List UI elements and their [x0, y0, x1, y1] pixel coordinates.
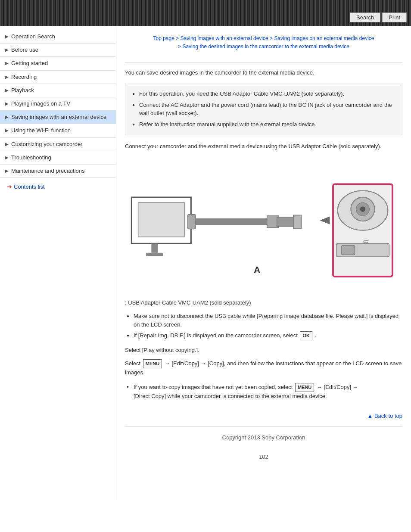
- intro-text: You can save desired images in the camco…: [125, 69, 402, 76]
- arrow-icon: ▶: [5, 47, 9, 53]
- search-button[interactable]: Search: [350, 12, 380, 22]
- header-button-group: Search Print: [350, 12, 407, 22]
- sidebar-item-label: Saving images with an external device: [11, 113, 106, 121]
- arrow-icon: ▶: [5, 34, 9, 40]
- copyright: Copyright 2013 Sony Corporation: [125, 430, 402, 449]
- divider: [125, 62, 402, 62]
- note-item-2: Connect the AC Adaptor and the power cor…: [132, 100, 395, 119]
- arrow-icon: ▶: [5, 128, 9, 134]
- header: Search Print: [0, 0, 411, 26]
- sidebar-item-label: Maintenance and precautions: [11, 167, 85, 175]
- sidebar-item-wifi[interactable]: ▶ Using the Wi-Fi function: [0, 124, 116, 137]
- svg-rect-5: [188, 215, 196, 229]
- edit-copy-text: → [Edit/Copy] →: [317, 384, 358, 390]
- sidebar-item-label: Playback: [11, 87, 34, 94]
- arrow-icon: ▶: [5, 60, 9, 66]
- copy-note-section: If you want to copy images that have not…: [125, 382, 402, 401]
- breadcrumb-part1[interactable]: Saving images with an external device: [181, 35, 268, 41]
- svg-rect-4: [191, 218, 270, 225]
- arrow-icon: ▶: [5, 114, 9, 120]
- sidebar-item-label: Playing images on a TV: [11, 100, 70, 108]
- svg-rect-7: [277, 217, 296, 226]
- arrow-icon: ▶: [5, 87, 9, 93]
- usb-diagram: MULTI A: [125, 158, 402, 290]
- page-layout: ▶ Operation Search ▶ Before use ▶ Gettin…: [0, 26, 411, 500]
- sidebar-item-troubleshooting[interactable]: ▶ Troubleshooting: [0, 151, 116, 165]
- footer-divider: [125, 426, 402, 426]
- arrow-icon: ▶: [5, 141, 9, 147]
- sidebar-item-label: Recording: [11, 73, 37, 81]
- svg-rect-16: [342, 246, 355, 255]
- label-a-text: : USB Adaptor Cable VMC-UAM2 (sold separ…: [125, 299, 402, 308]
- select-label: Select: [125, 360, 142, 367]
- sidebar-item-getting-started[interactable]: ▶ Getting started: [0, 57, 116, 70]
- sidebar-item-maintenance[interactable]: ▶ Maintenance and precautions: [0, 165, 116, 178]
- page-number: 102: [125, 449, 402, 464]
- menu-badge: MENU: [143, 359, 162, 369]
- note-item-3: Refer to the instruction manual supplied…: [132, 119, 395, 130]
- sidebar-item-customizing[interactable]: ▶ Customizing your camcorder: [0, 138, 116, 151]
- sidebar: ▶ Operation Search ▶ Before use ▶ Gettin…: [0, 26, 116, 500]
- arrow-icon: ▶: [5, 155, 9, 161]
- copy-note-item: If you want to copy images that have not…: [127, 382, 402, 401]
- sidebar-item-label: Customizing your camcorder: [11, 140, 82, 148]
- arrow-icon: ▶: [5, 74, 9, 80]
- back-to-top-link[interactable]: ▲ Back to top: [367, 413, 402, 419]
- breadcrumb: Top page > Saving images with an externa…: [125, 30, 402, 58]
- sidebar-item-playback[interactable]: ▶ Playback: [0, 84, 116, 97]
- period: .: [315, 332, 317, 339]
- svg-rect-3: [146, 253, 163, 256]
- sidebar-item-label: Operation Search: [11, 33, 55, 40]
- arrow-icon: ▶: [5, 168, 9, 174]
- sidebar-item-recording[interactable]: ▶ Recording: [0, 71, 116, 84]
- arrow-edit: →: [165, 360, 172, 367]
- main-content: Top page > Saving images with an externa…: [116, 26, 411, 500]
- arrow-icon: ▶: [5, 101, 9, 107]
- select-play-line: Select [Play without copying.].: [125, 346, 402, 355]
- contents-link-label: Contents list: [14, 184, 45, 190]
- sidebar-item-playing-images-tv[interactable]: ▶ Playing images on a TV: [0, 97, 116, 111]
- note-item-1: For this operation, you need the USB Ada…: [132, 88, 395, 100]
- sidebar-item-label: Troubleshooting: [11, 154, 51, 162]
- sidebar-item-label: Getting started: [11, 59, 48, 67]
- connect-text: Connect your camcorder and the external …: [125, 142, 402, 151]
- svg-rect-1: [138, 202, 184, 237]
- diagram-container: MULTI A: [125, 158, 402, 290]
- svg-rect-2: [151, 243, 158, 252]
- copy-note-prefix: If you want to copy images that have not…: [134, 384, 293, 390]
- svg-rect-8: [293, 215, 301, 228]
- back-to-top: ▲ Back to top: [125, 406, 402, 423]
- sidebar-item-label: Before use: [11, 46, 38, 54]
- svg-text:A: A: [254, 265, 261, 275]
- sidebar-item-saving-images-external[interactable]: ▶ Saving images with an external device: [0, 111, 116, 124]
- sidebar-item-label: Using the Wi-Fi function: [11, 127, 71, 134]
- menu-badge-2: MENU: [295, 383, 314, 392]
- breadcrumb-top[interactable]: Top page: [153, 35, 174, 41]
- note-box: For this operation, you need the USB Ada…: [125, 83, 402, 135]
- copy-note-list: If you want to copy images that have not…: [127, 382, 402, 401]
- instruction-repair-text: If [Repair Img. DB F.] is displayed on t…: [134, 332, 298, 339]
- ok-badge: OK: [300, 331, 312, 340]
- breadcrumb-part3[interactable]: Saving the desired images in the camcord…: [182, 44, 349, 50]
- svg-marker-17: [320, 216, 330, 224]
- instruction-item-2: If [Repair Img. DB F.] is displayed on t…: [127, 330, 402, 342]
- instructions-section: : USB Adaptor Cable VMC-UAM2 (sold separ…: [125, 299, 402, 342]
- select-menu-line: Select MENU → [Edit/Copy] → [Copy], and …: [125, 359, 402, 377]
- print-button[interactable]: Print: [382, 12, 407, 22]
- direct-copy-text: [Direct Copy] while your camcorder is co…: [134, 393, 327, 399]
- instruction-item-1: Make sure not to disconnect the USB cabl…: [127, 311, 402, 330]
- arrow-right-icon: ➔: [7, 183, 12, 190]
- svg-point-13: [360, 206, 365, 212]
- instructions-list: Make sure not to disconnect the USB cabl…: [127, 311, 402, 342]
- sidebar-item-before-use[interactable]: ▶ Before use: [0, 44, 116, 57]
- note-list: For this operation, you need the USB Ada…: [132, 88, 395, 130]
- sidebar-item-operation-search[interactable]: ▶ Operation Search: [0, 30, 116, 44]
- contents-list-link[interactable]: ➔ Contents list: [0, 178, 116, 193]
- breadcrumb-part2[interactable]: Saving images on an external media devic…: [274, 35, 374, 41]
